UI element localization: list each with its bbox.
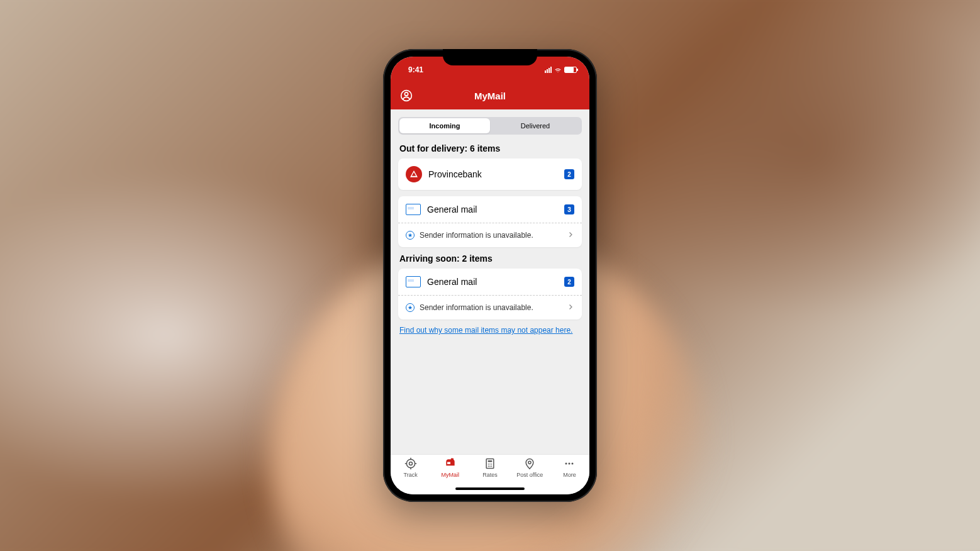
sender-info-row[interactable]: ★ Sender information is unavailable. [398,223,582,247]
sender-info-text: Sender information is unavailable. [420,303,562,312]
wifi-icon [554,67,562,73]
svg-point-3 [409,462,412,465]
svg-rect-7 [488,460,493,462]
svg-rect-5 [451,459,454,460]
tab-delivered[interactable]: Delivered [490,118,581,133]
mailbox-icon [444,457,457,470]
section-title-out-for-delivery: Out for delivery: 6 items [399,143,581,153]
calculator-icon [484,457,496,470]
list-item[interactable]: General mail 2 [398,269,582,295]
svg-point-8 [488,464,489,465]
mail-item-title: General mail [427,277,558,287]
svg-point-13 [491,465,493,467]
mail-icon [406,204,421,215]
status-icons [545,67,577,73]
svg-point-9 [489,464,491,465]
tab-label: Track [404,472,418,478]
chevron-right-icon [567,230,574,241]
mail-card[interactable]: Provincebank 2 [398,159,582,190]
tab-more[interactable]: More [550,457,589,494]
cellular-icon [545,67,552,73]
location-pin-icon [523,457,536,470]
svg-point-16 [569,463,571,465]
tab-incoming[interactable]: Incoming [399,118,490,133]
target-icon [404,457,417,470]
status-time: 9:41 [408,65,423,74]
mail-item-title: Provincebank [428,169,558,179]
tab-label: MyMail [442,472,460,478]
sender-info-row[interactable]: ★ Sender information is unavailable. [398,295,582,320]
mail-item-title: General mail [427,204,558,214]
tab-label: More [563,472,576,478]
svg-point-17 [572,463,574,465]
notch [443,49,537,65]
section-title-arriving-soon: Arriving soon: 2 items [399,253,581,264]
count-badge: 3 [564,204,574,214]
battery-icon [564,67,577,73]
info-star-icon: ★ [406,231,415,240]
screen: 9:41 MyMail Incoming Deliver [391,57,589,494]
svg-point-2 [406,459,415,467]
home-indicator[interactable] [455,487,525,490]
count-badge: 2 [564,277,574,287]
segmented-control: Incoming Delivered [398,117,582,135]
info-star-icon: ★ [406,303,415,312]
app-header: MyMail [391,82,589,109]
phone-frame: 9:41 MyMail Incoming Deliver [383,49,597,502]
tab-label: Rates [482,472,498,478]
count-badge: 2 [564,169,574,179]
provincebank-logo-icon [406,166,422,182]
svg-point-14 [528,461,531,464]
mail-card[interactable]: General mail 3 ★ Sender information is u… [398,196,582,247]
sender-info-text: Sender information is unavailable. [420,231,562,240]
profile-button[interactable] [399,89,413,103]
chevron-right-icon [567,302,574,313]
tab-label: Post office [516,472,543,478]
mail-card[interactable]: General mail 2 ★ Sender information is u… [398,269,582,320]
mail-icon [406,276,421,287]
content-area[interactable]: Incoming Delivered Out for delivery: 6 i… [391,109,589,454]
profile-icon [400,89,413,102]
svg-point-10 [491,464,493,465]
svg-point-1 [404,92,408,96]
page-title: MyMail [474,91,506,101]
tab-track[interactable]: Track [391,457,430,494]
svg-point-11 [488,465,489,467]
list-item[interactable]: Provincebank 2 [398,159,582,190]
svg-point-15 [565,463,567,465]
svg-point-12 [489,465,491,467]
list-item[interactable]: General mail 3 [398,196,582,223]
more-dots-icon [563,457,576,470]
help-link[interactable]: Find out why some mail items may not app… [399,326,581,335]
